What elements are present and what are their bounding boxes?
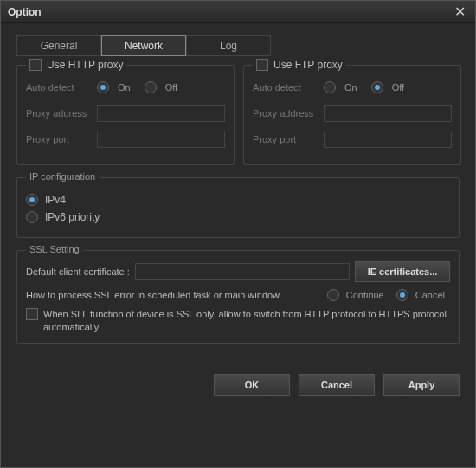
ipv6-radio[interactable]	[26, 211, 38, 223]
ssl-auto-https-checkbox[interactable]	[26, 308, 38, 320]
http-address-label: Proxy address	[26, 108, 97, 119]
tab-network[interactable]: Network	[101, 35, 186, 56]
ftp-port-input[interactable]	[324, 131, 452, 148]
ie-certificates-button[interactable]: IE certificates...	[355, 261, 450, 282]
http-proxy-group: Use HTTP proxy Auto detect On Off Proxy …	[16, 65, 235, 165]
ftp-off-radio[interactable]	[371, 81, 383, 93]
http-off-label: Off	[165, 82, 177, 93]
http-port-label: Proxy port	[26, 134, 97, 144]
tab-general[interactable]: General	[16, 35, 101, 56]
ssl-auto-https-label: When SLL function of device is SSL only,…	[43, 308, 450, 335]
ftp-auto-detect-label: Auto detect	[253, 82, 324, 93]
ftp-off-label: Off	[392, 82, 404, 93]
ipv4-label: IPv4	[45, 194, 66, 206]
close-icon[interactable]: ✕	[451, 3, 468, 21]
window-title: Option	[8, 6, 42, 18]
http-auto-detect-label: Auto detect	[26, 82, 97, 93]
ssl-continue-label: Continue	[346, 290, 384, 300]
ftp-proxy-checkbox[interactable]	[256, 59, 268, 71]
ssl-cert-label: Default client certificate :	[26, 266, 130, 277]
ftp-on-radio[interactable]	[324, 81, 336, 93]
content-area: Use HTTP proxy Auto detect On Off Proxy …	[1, 56, 475, 365]
ssl-group: SSL Setting Default client certificate :…	[16, 250, 460, 344]
ssl-cancel-radio[interactable]	[396, 289, 408, 301]
ftp-proxy-title: Use FTP proxy	[273, 59, 343, 71]
ssl-cancel-label: Cancel	[415, 290, 445, 300]
ftp-address-label: Proxy address	[253, 108, 324, 119]
http-address-input[interactable]	[97, 105, 225, 122]
http-port-input[interactable]	[97, 131, 225, 148]
ip-config-group: IP configuration IPv4 IPv6 priority	[16, 177, 460, 238]
ftp-address-input[interactable]	[324, 105, 452, 122]
ipv6-label: IPv6 priority	[45, 211, 100, 223]
ssl-error-label: How to process SSL error in scheduled ta…	[26, 290, 320, 300]
http-on-label: On	[118, 82, 131, 93]
button-bar: OK Cancel Apply	[1, 365, 475, 405]
http-proxy-title: Use HTTP proxy	[47, 59, 123, 71]
ssl-continue-radio[interactable]	[327, 289, 339, 301]
http-proxy-checkbox[interactable]	[29, 59, 42, 71]
http-off-radio[interactable]	[145, 81, 157, 93]
cancel-button[interactable]: Cancel	[299, 374, 375, 396]
ftp-port-label: Proxy port	[253, 134, 324, 144]
http-on-radio[interactable]	[97, 81, 109, 93]
ssl-cert-input[interactable]	[135, 263, 350, 280]
tab-log[interactable]: Log	[186, 35, 271, 56]
ssl-legend: SSL Setting	[26, 244, 83, 254]
option-dialog: Option ✕ General Network Log Use HTTP pr…	[0, 0, 476, 468]
titlebar: Option ✕	[1, 1, 475, 23]
ftp-proxy-group: Use FTP proxy Auto detect On Off Proxy a…	[243, 65, 461, 165]
ok-button[interactable]: OK	[214, 374, 290, 396]
ftp-on-label: On	[344, 82, 357, 93]
ip-legend: IP configuration	[26, 171, 99, 182]
tab-bar: General Network Log	[1, 23, 475, 56]
apply-button[interactable]: Apply	[383, 374, 460, 396]
ipv4-radio[interactable]	[26, 194, 38, 206]
